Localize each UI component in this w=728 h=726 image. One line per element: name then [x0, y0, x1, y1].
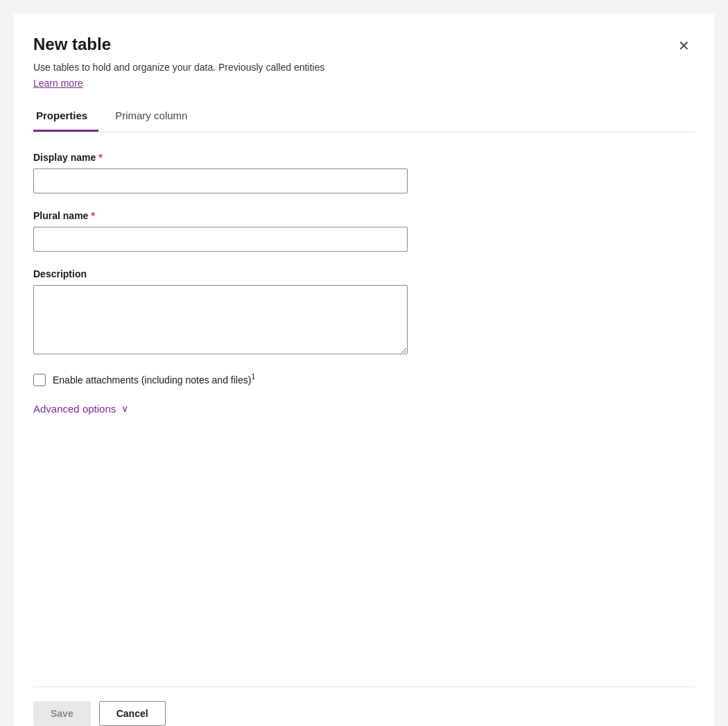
tabs-container: Properties Primary column [33, 103, 695, 132]
chevron-down-icon: ∨ [121, 403, 128, 414]
display-name-input[interactable] [33, 168, 408, 193]
tab-properties[interactable]: Properties [33, 103, 98, 132]
display-name-group: Display name * [33, 152, 695, 193]
dialog-title: New table [33, 33, 111, 55]
advanced-options-label: Advanced options [33, 403, 116, 415]
advanced-options-toggle[interactable]: Advanced options ∨ [33, 403, 695, 415]
display-name-required: * [98, 152, 102, 163]
new-table-dialog: New table ✕ Use tables to hold and organ… [14, 14, 714, 726]
spacer [33, 431, 695, 686]
description-textarea[interactable] [33, 285, 408, 354]
description-label: Description [33, 268, 695, 279]
dialog-footer: Save Cancel [33, 686, 695, 726]
tab-primary-column[interactable]: Primary column [112, 103, 198, 132]
enable-attachments-checkbox[interactable] [33, 374, 46, 386]
plural-name-group: Plural name * [33, 210, 695, 252]
plural-name-input[interactable] [33, 227, 408, 252]
cancel-button[interactable]: Cancel [99, 701, 166, 726]
dialog-subtitle: Use tables to hold and organize your dat… [33, 61, 695, 75]
close-button[interactable]: ✕ [673, 35, 695, 57]
description-group: Description [33, 268, 695, 357]
learn-more-link[interactable]: Learn more [33, 78, 695, 89]
enable-attachments-label: Enable attachments (including notes and … [53, 374, 255, 386]
enable-attachments-group: Enable attachments (including notes and … [33, 374, 695, 386]
attachments-superscript: 1 [251, 373, 255, 381]
header-text-group: New table [33, 33, 111, 55]
save-button[interactable]: Save [33, 701, 91, 726]
plural-name-required: * [91, 210, 94, 221]
plural-name-label: Plural name * [33, 210, 695, 221]
display-name-label: Display name * [33, 152, 695, 163]
dialog-header: New table ✕ [33, 33, 695, 57]
